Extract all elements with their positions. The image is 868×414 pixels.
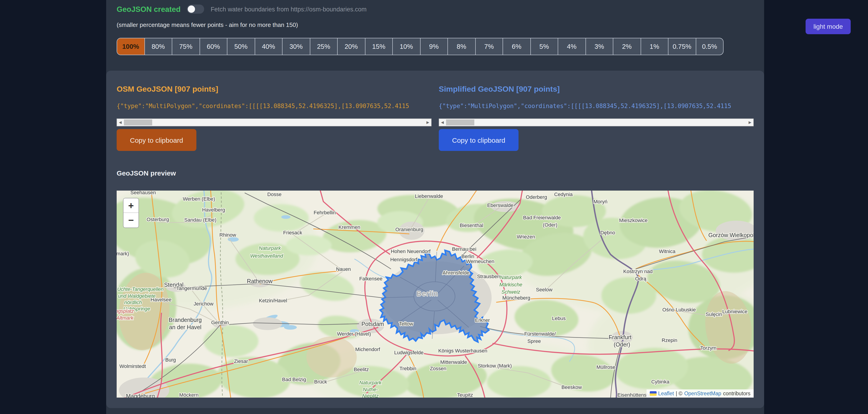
map-label: Hohen Neuendorf (391, 248, 431, 254)
percent-option-1[interactable]: 1% (641, 38, 669, 55)
map-label: Cedynia (554, 191, 573, 197)
scroll-left-icon[interactable]: ◀ (439, 119, 445, 126)
map-label: Werder (Havel) (337, 331, 371, 337)
percent-option-8[interactable]: 8% (448, 38, 475, 55)
map-label: und Waldgebiete (118, 293, 156, 299)
map-label: Tangermünde (176, 286, 207, 291)
map-label: Müllrose (596, 364, 615, 370)
content-column: GeoJSON created Fetch water boundaries f… (106, 0, 764, 414)
map-label: Brandenburg (169, 317, 202, 323)
map-label: Möckern (179, 392, 199, 397)
map-label: Naturpark (500, 274, 522, 280)
map-label: Park (Altmark) (117, 251, 129, 257)
map-label: Bad Belzig (282, 377, 306, 382)
map-label: (Oder) (614, 341, 630, 348)
scroll-right-icon[interactable]: ▶ (747, 119, 753, 126)
map-canvas[interactable]: SeehausenWerben (Elbe)DosseLiebenwaldeOd… (117, 190, 754, 397)
map-label: Odrą (635, 276, 647, 282)
map-label: Cybinka (651, 379, 670, 385)
map-label: Werneuchen (466, 259, 494, 264)
percent-option-80[interactable]: 80% (145, 38, 172, 55)
geojson-status-label: GeoJSON created (117, 5, 181, 13)
map-label: Biesenthal (460, 223, 483, 228)
water-boundaries-toggle-label: Fetch water boundaries from https://osm-… (211, 6, 367, 12)
app-root: GeoJSON created Fetch water boundaries f… (0, 0, 868, 414)
map-attribution: Leaflet | © OpenStreetMap contributors (646, 389, 754, 397)
map-label: Storkow (Mark) (478, 363, 512, 368)
percent-option-4[interactable]: 4% (558, 38, 586, 55)
map-label: Eberswalde (487, 202, 513, 208)
map-label: Mittenwalde (440, 359, 467, 365)
map-label: Strausberg (477, 273, 502, 279)
simplified-panel: Simplified GeoJSON [907 points] {"type":… (439, 83, 754, 151)
percent-option-75[interactable]: 75% (172, 38, 200, 55)
map-label: Märkische (499, 282, 522, 288)
map-label: Rzepin (661, 337, 677, 343)
zoom-in-button[interactable]: + (123, 198, 138, 213)
percent-option-50[interactable]: 50% (227, 38, 255, 55)
map-label: an der Havel (169, 324, 202, 330)
simplified-copy-button[interactable]: Copy to clipboard (439, 129, 519, 151)
map-label: Oranienburg (395, 227, 423, 232)
scroll-left-icon[interactable]: ◀ (117, 119, 123, 126)
percent-option-60[interactable]: 60% (200, 38, 227, 55)
percent-option-30[interactable]: 30% (282, 38, 310, 55)
osm-json-scrollbar[interactable]: ◀ ▶ (117, 119, 432, 126)
percent-option-7[interactable]: 7% (475, 38, 503, 55)
map-label: Bernau bei (452, 246, 476, 252)
map-label: Mieszkowice (619, 217, 648, 223)
simplified-json-scrollbar[interactable]: ◀ ▶ (439, 119, 754, 126)
percent-option-2[interactable]: 2% (613, 38, 641, 55)
map-label: Havelberg (202, 207, 225, 213)
map-label: Oderberg (526, 194, 547, 200)
leaflet-link[interactable]: Leaflet (658, 391, 674, 396)
map-label: Witnica (659, 248, 676, 254)
map-zoom-control: + − (123, 198, 139, 228)
preview-title: GeoJSON preview (117, 169, 176, 177)
map-label: Magdeburg (126, 393, 155, 397)
scrollbar-thumb[interactable] (124, 119, 152, 125)
osm-panel-title: OSM GeoJSON [907 points] (117, 85, 432, 94)
percent-option-5[interactable]: 5% (531, 38, 558, 55)
map-label: Rhinow (219, 232, 236, 238)
map-label: Werben (Elbe) (183, 196, 215, 202)
map-label: Ziesar (234, 358, 248, 364)
map-label: Teltow (399, 321, 413, 327)
map-label: Hennigsdorf (390, 257, 417, 262)
map-label: Michendorf (355, 347, 380, 352)
simplified-json-output[interactable]: {"type":"MultiPolygon","coordinates":[[[… (439, 102, 754, 110)
attribution-suffix: contributors (723, 391, 750, 396)
map-label: Seehausen (130, 190, 156, 196)
percent-option-15[interactable]: 15% (365, 38, 393, 55)
light-mode-button[interactable]: light mode (806, 19, 851, 34)
map-label: Lubniewice (722, 309, 747, 314)
map-label: Frankfurt (609, 334, 631, 341)
percent-option-100[interactable]: 100% (117, 38, 145, 55)
map-label: Zossen (430, 366, 446, 372)
water-boundaries-toggle[interactable] (187, 5, 204, 14)
osm-json-output[interactable]: {"type":"MultiPolygon","coordinates":[[[… (117, 102, 432, 110)
map-label: Brück (314, 379, 327, 385)
scrollbar-thumb[interactable] (446, 119, 474, 125)
map-tiles: SeehausenWerben (Elbe)DosseLiebenwaldeOd… (117, 190, 754, 397)
toggle-knob-icon (188, 5, 195, 13)
percent-option-9[interactable]: 9% (420, 38, 448, 55)
scroll-right-icon[interactable]: ▶ (425, 119, 431, 126)
percent-option-20[interactable]: 20% (338, 38, 365, 55)
map-label: Kremmen (339, 224, 361, 230)
percent-option-25[interactable]: 25% (310, 38, 338, 55)
percent-option-0.5[interactable]: 0.5% (696, 38, 723, 55)
zoom-out-button[interactable]: − (123, 213, 138, 228)
percent-option-0.75[interactable]: 0.75% (669, 38, 696, 55)
map-label: Naturpark (360, 380, 382, 385)
osm-panel: OSM GeoJSON [907 points] {"type":"MultiP… (117, 83, 432, 151)
percent-option-40[interactable]: 40% (255, 38, 282, 55)
map-label: Gorzów Wielkopolski (708, 232, 754, 238)
percent-option-10[interactable]: 10% (393, 38, 420, 55)
osm-copy-button[interactable]: Copy to clipboard (117, 129, 196, 151)
geojson-card: OSM GeoJSON [907 points] {"type":"MultiP… (106, 71, 764, 408)
percent-option-3[interactable]: 3% (586, 38, 613, 55)
map-label: Friesack (283, 230, 302, 236)
openstreetmap-link[interactable]: OpenStreetMap (684, 391, 721, 396)
percent-option-6[interactable]: 6% (503, 38, 531, 55)
